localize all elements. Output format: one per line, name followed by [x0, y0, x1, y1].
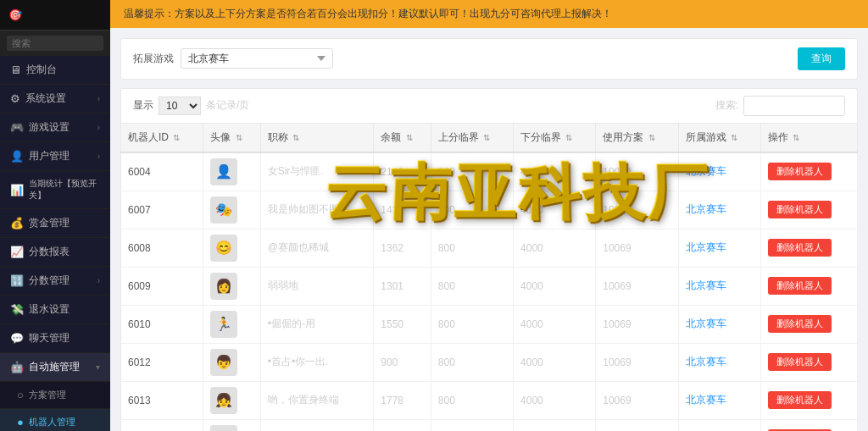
avatar: 👤 — [210, 158, 237, 185]
avatar: 🧑 — [210, 425, 237, 431]
sidebar-item-user-management[interactable]: 👤 用户管理 › — [0, 142, 110, 171]
filter-label: 拓展游戏 — [133, 52, 174, 66]
cell-nickname: 哟，你置身终端 — [260, 381, 374, 419]
col-avatar: 头像 ⇅ — [203, 123, 260, 152]
search-input[interactable] — [743, 96, 845, 116]
cell-action: 删除机器人 — [760, 305, 857, 343]
cell-plan: 10069 — [596, 381, 678, 419]
sort-icon[interactable]: ⇅ — [292, 133, 299, 142]
game-link[interactable]: 北京赛车 — [686, 394, 726, 406]
sort-icon[interactable]: ⇅ — [731, 133, 737, 142]
sidebar-item-robot-management[interactable]: ● 机器人管理 — [0, 409, 110, 431]
cell-robot-id: 6012 — [121, 343, 203, 381]
rewards-icon: 💰 — [10, 217, 24, 229]
cell-nickname: •狂神门水痴• — [260, 419, 374, 431]
cell-lower-limit: 4000 — [514, 343, 596, 381]
cell-robot-id: 6009 — [121, 267, 203, 305]
col-action: 操作 ⇅ — [760, 123, 857, 152]
sidebar-search-input[interactable] — [7, 36, 103, 51]
records-per-page-label: 条记录/页 — [206, 98, 249, 113]
sort-icon[interactable]: ⇅ — [236, 133, 242, 142]
cell-avatar: 🏃 — [203, 305, 260, 343]
game-select[interactable]: 北京赛车 重庆时时彩 幸运飞艇 — [181, 48, 333, 69]
cell-lower-limit: 4000 — [514, 419, 596, 431]
delete-robot-button[interactable]: 删除机器人 — [768, 277, 832, 295]
chat-icon: 💬 — [10, 332, 24, 345]
sidebar-item-label: 分数管理 — [29, 274, 70, 288]
cell-avatar: 👩 — [203, 267, 260, 305]
sidebar-item-game-settings[interactable]: 🎮 游戏设置 › — [0, 113, 110, 142]
cell-robot-id: 6007 — [121, 191, 203, 229]
sort-icon[interactable]: ⇅ — [565, 133, 572, 142]
table-row: 6010 🏃 •倔倔的-用 1550 800 4000 10069 北京赛车 删… — [121, 305, 858, 343]
delete-robot-button[interactable]: 删除机器人 — [768, 353, 832, 371]
sidebar-item-label: 用户管理 — [29, 149, 70, 163]
table-row: 6014 🧑 •狂神门水痴• 1592 800 4000 10069 北京赛车 … — [121, 419, 858, 431]
main-content: 温馨提示：方案以及上下分方案是否符合若百分会出现扣分！建议默认即可！出现九分可咨… — [110, 0, 868, 431]
game-link[interactable]: 北京赛车 — [686, 165, 726, 177]
dashboard-icon: 🖥 — [10, 64, 21, 76]
col-upper-limit: 上分临界 ⇅ — [431, 123, 513, 152]
sidebar-item-withdraw[interactable]: 💸 退水设置 — [0, 296, 110, 324]
col-game-label: 所属游戏 — [686, 131, 726, 143]
avatar: 👦 — [210, 349, 237, 376]
cell-upper-limit: 800 — [431, 343, 513, 381]
cell-avatar: 👦 — [203, 343, 260, 381]
show-label: 显示 — [133, 98, 153, 113]
sidebar-item-score-report[interactable]: 📈 分数报表 — [0, 238, 110, 267]
game-link[interactable]: 北京赛车 — [686, 241, 726, 253]
delete-robot-button[interactable]: 删除机器人 — [768, 315, 832, 333]
game-link[interactable]: 北京赛车 — [686, 318, 726, 329]
sidebar-item-realtime-stats[interactable]: 📊 当期统计【预览开关】 — [0, 171, 110, 209]
table-row: 6009 👩 弱弱地 1301 800 4000 10069 北京赛车 删除机器… — [121, 267, 858, 305]
cell-balance: 1413 — [374, 191, 431, 229]
delete-robot-button[interactable]: 删除机器人 — [768, 163, 832, 180]
delete-robot-button[interactable]: 删除机器人 — [768, 239, 832, 257]
sort-icon[interactable]: ⇅ — [483, 133, 490, 142]
game-link[interactable]: 北京赛车 — [686, 279, 726, 291]
cell-action: 删除机器人 — [760, 152, 857, 191]
plan-icon: ○ — [17, 389, 24, 401]
game-link[interactable]: 北京赛车 — [686, 356, 726, 367]
sort-icon[interactable]: ⇅ — [406, 133, 413, 142]
table-row: 6012 👦 •首占•你一出. 900 800 4000 10069 北京赛车 … — [121, 343, 858, 381]
sidebar-item-plan-management[interactable]: ○ 方案管理 — [0, 382, 110, 409]
query-button[interactable]: 查询 — [798, 47, 845, 70]
sidebar-item-label: 赏金管理 — [29, 216, 70, 230]
delete-robot-button[interactable]: 删除机器人 — [768, 391, 832, 409]
cell-balance: 2146 — [374, 152, 431, 191]
page-size-select[interactable]: 10 20 50 — [159, 97, 201, 115]
sidebar-item-chat[interactable]: 💬 聊天管理 — [0, 324, 110, 353]
cell-lower-limit: 4000 — [514, 267, 596, 305]
sidebar-item-label: 游戏设置 — [29, 120, 70, 135]
sidebar-item-system-settings[interactable]: ⚙ 系统设置 › — [0, 85, 110, 113]
avatar: 😊 — [210, 235, 237, 262]
cell-upper-limit: 800 — [431, 419, 513, 431]
sort-icon[interactable]: ⇅ — [793, 133, 799, 142]
auto-icon: 🤖 — [10, 361, 24, 373]
col-nickname: 职称 ⇅ — [260, 123, 374, 152]
col-robot-id: 机器人ID ⇅ — [121, 123, 203, 152]
cell-upper-limit: 800 — [431, 191, 513, 229]
sidebar-header: 🎯 — [0, 0, 110, 30]
sidebar-item-dashboard[interactable]: 🖥 控制台 — [0, 56, 110, 85]
game-link[interactable]: 北京赛车 — [686, 203, 726, 215]
sidebar-item-score-management[interactable]: 🔢 分数管理 › — [0, 267, 110, 296]
sidebar-item-auto-management[interactable]: 🤖 自动施管理 ▾ — [0, 353, 110, 382]
cell-nickname: •首占•你一出. — [260, 343, 374, 381]
cell-action: 删除机器人 — [760, 267, 857, 305]
cell-lower-limit: 4000 — [514, 152, 596, 191]
cell-lower-limit: 4000 — [514, 305, 596, 343]
sort-icon[interactable]: ⇅ — [173, 133, 180, 142]
sidebar-item-label: 系统设置 — [25, 91, 66, 106]
cell-action: 删除机器人 — [760, 191, 857, 229]
delete-robot-button[interactable]: 删除机器人 — [768, 201, 832, 218]
avatar: 👩 — [210, 273, 237, 300]
logo-icon: 🎯 — [8, 8, 22, 21]
cell-balance: 1301 — [374, 267, 431, 305]
sidebar-item-rewards[interactable]: 💰 赏金管理 — [0, 209, 110, 238]
cell-avatar: 🧑 — [203, 419, 260, 431]
cell-avatar: 👧 — [203, 381, 260, 419]
chevron-right-icon: › — [97, 152, 100, 161]
sort-icon[interactable]: ⇅ — [648, 133, 655, 142]
